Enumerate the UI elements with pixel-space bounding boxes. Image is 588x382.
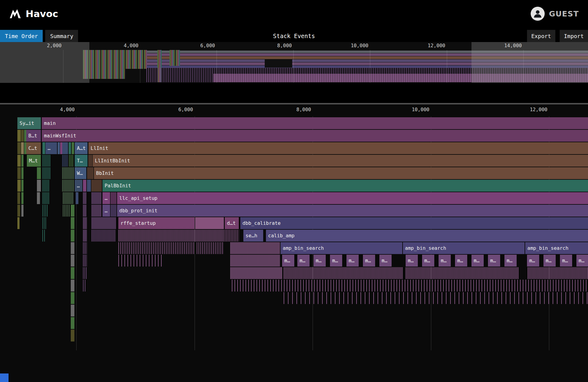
flame-frame-cluster[interactable] (91, 217, 116, 229)
flame-frame-cluster[interactable] (284, 267, 403, 279)
flame-frame-cluster[interactable] (71, 230, 74, 242)
flame-frame-cluster[interactable] (71, 242, 74, 254)
flame-frame-cluster[interactable] (195, 217, 224, 229)
flame-frame[interactable]: … (102, 192, 110, 204)
flame-frame[interactable]: llc_api_setup (117, 192, 588, 204)
flame-frame-cluster[interactable] (83, 180, 86, 192)
flame-frame-cluster[interactable] (91, 205, 102, 217)
flame-frame-cluster[interactable] (406, 267, 518, 279)
flame-frame[interactable]: LlInit (88, 142, 588, 154)
flame-frame[interactable]: … (45, 142, 57, 154)
flame-frame-cluster[interactable] (232, 280, 588, 292)
flame-frame-cluster[interactable] (284, 292, 588, 304)
import-button[interactable]: Import (560, 30, 588, 42)
flame-frame-cluster[interactable] (71, 217, 74, 229)
flame-frame-cluster[interactable] (17, 155, 21, 167)
flame-frame-cluster[interactable] (83, 217, 87, 229)
flame-frame[interactable]: m… (330, 255, 342, 267)
flame-frame[interactable]: m… (346, 255, 359, 267)
flame-frame[interactable]: m… (455, 255, 467, 267)
flame-frame-cluster[interactable] (230, 267, 282, 279)
flame-frame-cluster[interactable] (24, 130, 26, 142)
flame-frame-cluster[interactable] (62, 180, 74, 192)
flame-frame-cluster[interactable] (71, 255, 74, 267)
flame-frame-cluster[interactable] (42, 167, 50, 179)
flame-frame[interactable]: d…t (225, 217, 239, 229)
flame-frame[interactable]: m… (560, 255, 572, 267)
flame-frame[interactable]: m… (422, 255, 434, 267)
flame-frame[interactable]: T… (75, 155, 88, 167)
flame-frame-cluster[interactable] (17, 180, 21, 192)
flame-frame-cluster[interactable] (42, 180, 50, 192)
user-menu[interactable]: GUEST (531, 7, 579, 21)
flame-frame-cluster[interactable] (42, 230, 45, 242)
flame-frame[interactable]: dbb_prot_init (117, 205, 588, 217)
flame-frame[interactable]: amp_bin_search (281, 242, 402, 254)
flame-frame-cluster[interactable] (528, 267, 588, 279)
flame-frame-cluster[interactable] (83, 192, 86, 204)
flame-frame[interactable]: mainWsfInit (42, 130, 588, 142)
flame-frame-cluster[interactable] (118, 230, 224, 242)
pane-resize-handle[interactable] (0, 103, 588, 104)
flame-frame-cluster[interactable] (42, 142, 45, 154)
flame-frame[interactable]: m… (297, 255, 310, 267)
flame-frame-cluster[interactable] (60, 142, 62, 154)
flame-frame-cluster[interactable] (225, 230, 239, 242)
flame-frame-cluster[interactable] (17, 142, 21, 154)
flame-frame-cluster[interactable] (87, 180, 91, 192)
flame-frame[interactable]: rffe_startup (118, 217, 195, 229)
flame-frame[interactable]: main (42, 117, 588, 129)
flame-frame[interactable]: m… (488, 255, 500, 267)
flame-frame-cluster[interactable] (71, 305, 74, 317)
flame-frame-cluster[interactable] (197, 242, 224, 254)
flame-frame-cluster[interactable] (21, 130, 24, 142)
flame-frame-cluster[interactable] (83, 280, 85, 292)
flame-frame-cluster[interactable] (91, 192, 102, 204)
flame-frame-cluster[interactable] (91, 230, 116, 242)
flame-frame[interactable]: C…t (26, 142, 41, 154)
flame-frame-cluster[interactable] (83, 242, 87, 254)
flame-frame[interactable]: m… (527, 255, 539, 267)
flame-frame-cluster[interactable] (17, 192, 20, 204)
flame-frame-cluster[interactable] (230, 242, 280, 254)
flame-frame[interactable]: W… (75, 167, 86, 179)
flame-frame-cluster[interactable] (71, 330, 74, 341)
flame-frame-cluster[interactable] (42, 217, 47, 229)
flame-frame-cluster[interactable] (21, 180, 23, 192)
flame-frame-cluster[interactable] (42, 192, 49, 204)
flame-frame-cluster[interactable] (37, 167, 41, 179)
flame-frame-cluster[interactable] (42, 205, 48, 217)
flame-frame-cluster[interactable] (91, 180, 102, 192)
timeline-minimap[interactable]: 2,0004,0006,0008,00010,00012,00014,000 (0, 42, 588, 83)
flame-frame[interactable]: se…h (243, 230, 263, 242)
flame-frame[interactable]: B…t (26, 130, 41, 142)
flame-frame-cluster[interactable] (17, 205, 20, 217)
flame-frame-cluster[interactable] (17, 217, 20, 229)
flame-frame-cluster[interactable] (17, 130, 21, 142)
flame-frame-cluster[interactable] (21, 167, 23, 179)
flame-frame-cluster[interactable] (71, 317, 74, 329)
flame-frame-cluster[interactable] (83, 255, 87, 267)
flame-frame[interactable]: m… (471, 255, 484, 267)
flame-frame-cluster[interactable] (24, 142, 26, 154)
flame-frame-cluster[interactable] (83, 267, 87, 279)
flame-frame-cluster[interactable] (42, 155, 50, 167)
user-avatar-icon[interactable] (531, 7, 545, 21)
flame-frame-cluster[interactable] (37, 192, 40, 204)
flame-frame-cluster[interactable] (71, 267, 74, 279)
flame-frame-cluster[interactable] (118, 242, 195, 254)
flame-frame-cluster[interactable] (62, 142, 68, 154)
flame-frame-cluster[interactable] (111, 205, 117, 217)
flame-frame-cluster[interactable] (72, 142, 74, 154)
flame-frame-cluster[interactable] (88, 155, 92, 167)
flame-frame-cluster[interactable] (21, 205, 23, 217)
flame-frame-cluster[interactable] (71, 205, 74, 217)
flame-frame[interactable]: m… (439, 255, 451, 267)
flame-frame-cluster[interactable] (71, 280, 74, 292)
flame-frame[interactable]: m… (363, 255, 375, 267)
flame-frame[interactable]: LlInitBbInit (93, 155, 588, 167)
flame-graph[interactable]: Sy…itmainB…tmainWsfInitC…t…A…tLlInitM…tT… (0, 105, 588, 382)
flame-frame[interactable]: BbInit (94, 167, 588, 179)
flame-frame-cluster[interactable] (69, 155, 74, 167)
flame-frame[interactable]: PalBbInit (102, 180, 588, 192)
